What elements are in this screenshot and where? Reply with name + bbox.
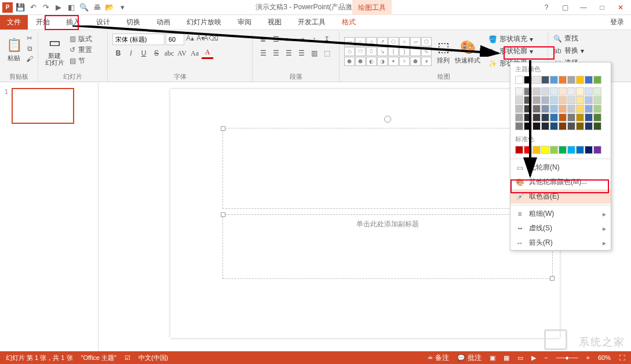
no-outline-item[interactable]: ▭无轮廓(N)	[510, 160, 611, 175]
replace-button[interactable]: ab替换▾	[553, 46, 601, 56]
smartart-icon[interactable]: ⬚	[321, 47, 333, 59]
view-reading-icon[interactable]: ▭	[517, 354, 523, 362]
underline-button[interactable]: U	[138, 47, 149, 59]
font-size-input[interactable]	[166, 34, 184, 45]
color-swatch[interactable]	[532, 96, 541, 104]
color-swatch[interactable]	[576, 146, 584, 154]
thumbnail-pane[interactable]: 1	[0, 82, 99, 351]
view-normal-icon[interactable]: ▣	[490, 354, 495, 362]
color-swatch[interactable]	[541, 146, 549, 154]
color-swatch[interactable]	[593, 87, 601, 95]
increase-font-icon[interactable]: A▴	[185, 34, 195, 43]
color-swatch[interactable]	[559, 122, 567, 130]
reset-button[interactable]: ↺重置	[68, 45, 92, 55]
color-swatch[interactable]	[576, 87, 584, 95]
color-swatch[interactable]	[515, 113, 523, 122]
qat-icon[interactable]: 🔍	[79, 2, 89, 13]
tab-transitions[interactable]: 切换	[118, 15, 148, 30]
color-swatch[interactable]	[550, 146, 558, 154]
rotate-handle-icon[interactable]	[384, 116, 391, 123]
color-swatch[interactable]	[585, 146, 593, 154]
color-swatch[interactable]	[532, 113, 541, 122]
color-swatch[interactable]	[585, 87, 593, 95]
color-swatch[interactable]	[585, 76, 593, 84]
color-swatch[interactable]	[541, 87, 549, 95]
color-swatch[interactable]	[524, 113, 532, 122]
open-icon[interactable]: 📂	[104, 2, 115, 13]
tab-animations[interactable]: 动画	[148, 15, 178, 30]
color-swatch[interactable]	[524, 76, 532, 84]
qat-icon[interactable]: 🖶	[92, 2, 102, 13]
color-swatch[interactable]	[593, 96, 601, 104]
color-swatch[interactable]	[567, 122, 575, 130]
color-swatch[interactable]	[567, 105, 575, 113]
save-icon[interactable]: 💾	[15, 2, 25, 13]
color-swatch[interactable]	[559, 113, 567, 122]
zoom-level[interactable]: 60%	[598, 354, 611, 361]
color-swatch[interactable]	[567, 96, 575, 104]
color-swatch[interactable]	[576, 96, 584, 104]
columns-icon[interactable]: ▥	[308, 47, 320, 59]
tab-review[interactable]: 审阅	[229, 15, 260, 30]
subtitle-placeholder[interactable]: 单击此处添加副标题	[223, 214, 553, 279]
line-spacing-icon[interactable]: ↕	[308, 34, 320, 45]
view-sorter-icon[interactable]: ▦	[504, 354, 509, 362]
tab-file[interactable]: 文件	[0, 15, 28, 30]
color-swatch[interactable]	[559, 105, 567, 113]
fit-window-icon[interactable]: ⛶	[619, 354, 625, 361]
help-icon[interactable]: ?	[539, 3, 553, 12]
color-swatch[interactable]	[532, 146, 541, 154]
color-swatch[interactable]	[576, 113, 584, 122]
color-swatch[interactable]	[576, 76, 584, 84]
spacing-button[interactable]: AV	[176, 47, 188, 59]
shape-fill-button[interactable]: 🪣形状填充▾	[486, 34, 535, 45]
zoom-slider[interactable]: ──●──	[556, 354, 578, 361]
font-color-button[interactable]: A	[202, 47, 213, 59]
color-swatch[interactable]	[567, 76, 575, 84]
color-swatch[interactable]	[541, 122, 549, 130]
color-swatch[interactable]	[593, 105, 601, 113]
shapes-gallery[interactable]: ▭○△↗⬡☆▱⬠ ◇⬭⬯↘{}⌒∿ ⬢⬣◐◑✦✧⬟▾	[344, 37, 432, 66]
color-swatch[interactable]	[593, 146, 601, 154]
tab-slideshow[interactable]: 幻灯片放映	[178, 15, 229, 30]
slide-canvas[interactable]: 单击此处添加副标题	[170, 89, 560, 338]
arrows-item[interactable]: ↔箭头(R)▸	[510, 236, 611, 250]
bullets-icon[interactable]: ≣	[257, 34, 269, 45]
color-swatch[interactable]	[567, 113, 575, 122]
numbering-icon[interactable]: ☰	[270, 34, 282, 45]
minimize-icon[interactable]: —	[577, 3, 590, 12]
strike-button[interactable]: S	[151, 47, 162, 59]
color-swatch[interactable]	[559, 87, 567, 95]
weight-item[interactable]: ≡粗细(W)▸	[510, 207, 611, 221]
clear-format-icon[interactable]: A⌫	[206, 34, 216, 43]
color-swatch[interactable]	[541, 76, 549, 84]
color-swatch[interactable]	[593, 76, 601, 84]
color-swatch[interactable]	[532, 87, 541, 95]
color-swatch[interactable]	[532, 76, 541, 84]
color-swatch[interactable]	[541, 113, 549, 122]
color-swatch[interactable]	[524, 105, 532, 113]
case-button[interactable]: Aa	[189, 47, 200, 59]
italic-button[interactable]: I	[125, 47, 137, 59]
tab-format[interactable]: 格式	[334, 15, 364, 30]
tab-design[interactable]: 设计	[88, 15, 118, 30]
shape-outline-button[interactable]: ✎形状轮廓▾	[486, 46, 535, 57]
quick-styles-button[interactable]: 🎨 快速样式	[455, 38, 480, 64]
color-swatch[interactable]	[585, 105, 593, 113]
new-slide-button[interactable]: ▭ 新建 幻灯片	[43, 34, 66, 66]
color-swatch[interactable]	[550, 105, 558, 113]
align-right-icon[interactable]: ☰	[283, 47, 294, 59]
color-swatch[interactable]	[567, 87, 575, 95]
layout-button[interactable]: ▥版式	[68, 34, 92, 44]
color-swatch[interactable]	[559, 96, 567, 104]
color-swatch[interactable]	[593, 113, 601, 122]
color-swatch[interactable]	[559, 146, 567, 154]
color-swatch[interactable]	[515, 146, 523, 154]
comments-button[interactable]: 💬 批注	[457, 353, 482, 363]
color-swatch[interactable]	[524, 122, 532, 130]
format-painter-icon[interactable]: 🖌	[25, 54, 34, 64]
view-slideshow-icon[interactable]: ▶	[531, 354, 536, 362]
close-icon[interactable]: ✕	[614, 3, 628, 12]
justify-icon[interactable]: ☰	[296, 47, 307, 59]
color-swatch[interactable]	[515, 105, 523, 113]
